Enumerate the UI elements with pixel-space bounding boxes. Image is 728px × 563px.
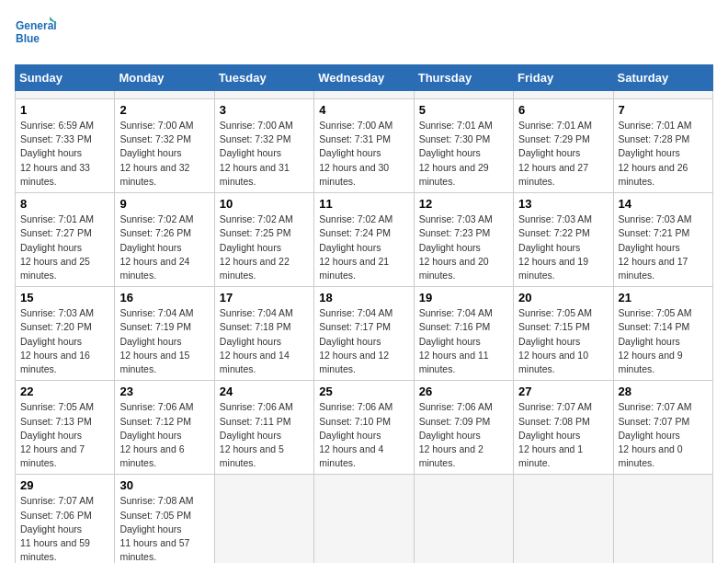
day-info: Sunrise: 7:01 AMSunset: 7:28 PMDaylight … (619, 119, 708, 189)
calendar-cell: 27Sunrise: 7:07 AMSunset: 7:08 PMDayligh… (514, 381, 613, 475)
calendar-cell: 3Sunrise: 7:00 AMSunset: 7:32 PMDaylight… (214, 99, 313, 193)
day-info: Sunrise: 7:01 AMSunset: 7:29 PMDaylight … (518, 119, 608, 189)
day-info: Sunrise: 7:06 AMSunset: 7:09 PMDaylight … (419, 400, 508, 470)
calendar-cell: 8Sunrise: 7:01 AMSunset: 7:27 PMDaylight… (16, 193, 115, 287)
calendar-cell (214, 91, 313, 99)
day-info: Sunrise: 7:05 AMSunset: 7:13 PMDaylight … (20, 400, 109, 470)
day-number: 25 (319, 385, 408, 398)
logo: General Blue (15, 15, 61, 55)
week-row-1: 1Sunrise: 6:59 AMSunset: 7:33 PMDaylight… (16, 99, 713, 193)
day-number: 1 (20, 103, 109, 117)
calendar-cell: 5Sunrise: 7:01 AMSunset: 7:30 PMDaylight… (414, 99, 513, 193)
calendar-cell: 10Sunrise: 7:02 AMSunset: 7:25 PMDayligh… (214, 193, 313, 287)
day-info: Sunrise: 7:03 AMSunset: 7:23 PMDaylight … (419, 213, 508, 282)
day-number: 10 (220, 197, 309, 211)
day-number: 9 (119, 197, 209, 211)
calendar-cell: 4Sunrise: 7:00 AMSunset: 7:31 PMDaylight… (314, 99, 414, 193)
day-number: 8 (20, 197, 109, 211)
calendar-cell: 7Sunrise: 7:01 AMSunset: 7:28 PMDaylight… (613, 99, 712, 193)
calendar-cell (414, 475, 513, 563)
day-info: Sunrise: 7:01 AMSunset: 7:27 PMDaylight … (20, 213, 109, 282)
calendar-cell: 19Sunrise: 7:04 AMSunset: 7:16 PMDayligh… (414, 287, 513, 381)
day-info: Sunrise: 7:03 AMSunset: 7:20 PMDaylight … (20, 306, 109, 376)
calendar-cell (414, 91, 513, 99)
day-number: 24 (220, 385, 309, 398)
day-info: Sunrise: 7:05 AMSunset: 7:14 PMDaylight … (619, 306, 708, 376)
logo-svg: General Blue (15, 15, 61, 55)
svg-text:Blue: Blue (16, 32, 40, 45)
day-info: Sunrise: 7:05 AMSunset: 7:15 PMDaylight … (518, 306, 608, 376)
calendar-cell: 17Sunrise: 7:04 AMSunset: 7:18 PMDayligh… (214, 287, 313, 381)
day-info: Sunrise: 7:04 AMSunset: 7:17 PMDaylight … (319, 306, 408, 376)
day-info: Sunrise: 7:07 AMSunset: 7:06 PMDaylight … (20, 494, 109, 563)
day-number: 27 (518, 385, 608, 398)
calendar-cell: 24Sunrise: 7:06 AMSunset: 7:11 PMDayligh… (214, 381, 313, 475)
day-number: 13 (518, 197, 608, 211)
day-info: Sunrise: 7:02 AMSunset: 7:24 PMDaylight … (319, 213, 408, 282)
calendar-cell: 23Sunrise: 7:06 AMSunset: 7:12 PMDayligh… (115, 381, 214, 475)
weekday-header-row: SundayMondayTuesdayWednesdayThursdayFrid… (16, 65, 713, 91)
weekday-header-tuesday: Tuesday (214, 65, 313, 91)
calendar-cell: 18Sunrise: 7:04 AMSunset: 7:17 PMDayligh… (314, 287, 414, 381)
day-info: Sunrise: 7:04 AMSunset: 7:19 PMDaylight … (119, 306, 209, 376)
week-row-4: 22Sunrise: 7:05 AMSunset: 7:13 PMDayligh… (16, 381, 713, 475)
day-info: Sunrise: 7:03 AMSunset: 7:21 PMDaylight … (619, 213, 708, 282)
day-number: 7 (619, 103, 708, 117)
day-number: 17 (220, 291, 309, 304)
day-number: 20 (518, 291, 608, 304)
day-info: Sunrise: 6:59 AMSunset: 7:33 PMDaylight … (20, 119, 109, 189)
day-number: 6 (518, 103, 608, 117)
day-info: Sunrise: 7:04 AMSunset: 7:18 PMDaylight … (220, 306, 309, 376)
calendar-table: SundayMondayTuesdayWednesdayThursdayFrid… (15, 64, 713, 563)
calendar-cell: 15Sunrise: 7:03 AMSunset: 7:20 PMDayligh… (16, 287, 115, 381)
weekday-header-friday: Friday (514, 65, 613, 91)
day-number: 14 (619, 197, 708, 211)
calendar-cell: 29Sunrise: 7:07 AMSunset: 7:06 PMDayligh… (16, 475, 115, 563)
calendar-cell: 13Sunrise: 7:03 AMSunset: 7:22 PMDayligh… (514, 193, 613, 287)
calendar-cell: 2Sunrise: 7:00 AMSunset: 7:32 PMDaylight… (115, 99, 214, 193)
day-number: 11 (319, 197, 408, 211)
day-number: 21 (619, 291, 708, 304)
calendar-cell: 28Sunrise: 7:07 AMSunset: 7:07 PMDayligh… (613, 381, 712, 475)
calendar-cell: 14Sunrise: 7:03 AMSunset: 7:21 PMDayligh… (613, 193, 712, 287)
day-number: 29 (20, 478, 109, 492)
weekday-header-sunday: Sunday (16, 65, 115, 91)
calendar-cell (613, 91, 712, 99)
day-info: Sunrise: 7:02 AMSunset: 7:26 PMDaylight … (119, 213, 209, 282)
calendar-cell: 9Sunrise: 7:02 AMSunset: 7:26 PMDaylight… (115, 193, 214, 287)
calendar-cell: 11Sunrise: 7:02 AMSunset: 7:24 PMDayligh… (314, 193, 414, 287)
calendar-cell: 20Sunrise: 7:05 AMSunset: 7:15 PMDayligh… (514, 287, 613, 381)
day-number: 30 (119, 478, 209, 492)
calendar-cell (314, 475, 414, 563)
weekday-header-thursday: Thursday (414, 65, 513, 91)
day-info: Sunrise: 7:06 AMSunset: 7:10 PMDaylight … (319, 400, 408, 470)
calendar-cell: 30Sunrise: 7:08 AMSunset: 7:05 PMDayligh… (115, 475, 214, 563)
calendar-cell (613, 475, 712, 563)
page-header: General Blue (15, 15, 713, 55)
calendar-cell: 12Sunrise: 7:03 AMSunset: 7:23 PMDayligh… (414, 193, 513, 287)
day-info: Sunrise: 7:07 AMSunset: 7:07 PMDaylight … (619, 400, 708, 470)
day-info: Sunrise: 7:00 AMSunset: 7:32 PMDaylight … (220, 119, 309, 189)
day-info: Sunrise: 7:06 AMSunset: 7:12 PMDaylight … (119, 400, 209, 470)
calendar-cell: 6Sunrise: 7:01 AMSunset: 7:29 PMDaylight… (514, 99, 613, 193)
day-number: 5 (419, 103, 508, 117)
calendar-cell: 16Sunrise: 7:04 AMSunset: 7:19 PMDayligh… (115, 287, 214, 381)
day-number: 26 (419, 385, 508, 398)
day-info: Sunrise: 7:02 AMSunset: 7:25 PMDaylight … (220, 213, 309, 282)
calendar-cell (314, 91, 414, 99)
day-info: Sunrise: 7:00 AMSunset: 7:32 PMDaylight … (119, 119, 209, 189)
day-info: Sunrise: 7:07 AMSunset: 7:08 PMDaylight … (518, 400, 608, 470)
calendar-cell: 25Sunrise: 7:06 AMSunset: 7:10 PMDayligh… (314, 381, 414, 475)
day-number: 18 (319, 291, 408, 304)
svg-text:General: General (16, 19, 57, 32)
calendar-cell (214, 475, 313, 563)
day-number: 16 (119, 291, 209, 304)
day-number: 22 (20, 385, 109, 398)
day-info: Sunrise: 7:04 AMSunset: 7:16 PMDaylight … (419, 306, 508, 376)
day-info: Sunrise: 7:06 AMSunset: 7:11 PMDaylight … (220, 400, 309, 470)
day-info: Sunrise: 7:01 AMSunset: 7:30 PMDaylight … (419, 119, 508, 189)
calendar-cell (514, 475, 613, 563)
day-info: Sunrise: 7:08 AMSunset: 7:05 PMDaylight … (119, 494, 209, 563)
day-number: 19 (419, 291, 508, 304)
calendar-cell: 21Sunrise: 7:05 AMSunset: 7:14 PMDayligh… (613, 287, 712, 381)
